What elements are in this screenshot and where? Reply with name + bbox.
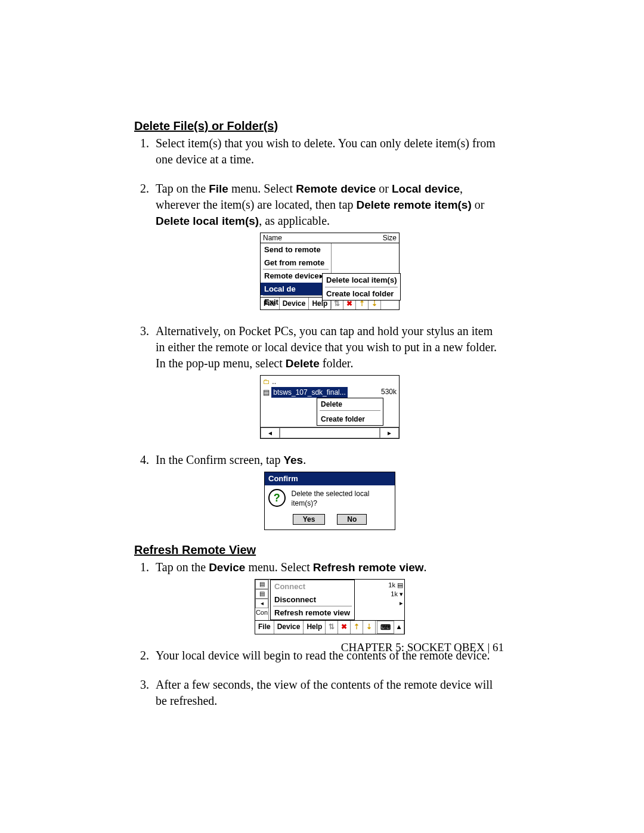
menu-disconnect[interactable]: Disconnect (271, 593, 354, 606)
col-size: Size (383, 233, 397, 243)
scroll-right-icon[interactable]: ▸ (380, 428, 399, 438)
t: or (472, 198, 485, 211)
gutter-icon: ▤ (255, 580, 268, 589)
figure-context-menu: 🗀 .. ▤ btsws_107_sdk_final... 530k Delet… (260, 375, 400, 439)
left-gutter: ▤ ▤ ◂ Con (255, 580, 269, 620)
submenu-create-local-folder[interactable]: Create local folder (323, 287, 400, 301)
page-footer: CHAPTER 5: SOCKET OBEX | 61 (341, 641, 504, 654)
figure-file-menu: NameSize Send to remote Get from remote … (260, 233, 400, 310)
submenu-local-device: Delete local item(s) Create local folder (322, 273, 401, 301)
figure-confirm-dialog: Confirm ? Delete the selected local item… (264, 472, 395, 530)
keyboard-icon[interactable]: ⌨ (377, 621, 394, 634)
t: menu. Select (245, 561, 312, 574)
menubar-help[interactable]: Help (304, 621, 326, 634)
close-icon[interactable]: ✖ (338, 621, 351, 634)
dialog-message: Delete the selected local item(s)? (292, 489, 391, 508)
menubar: File Device Help ⇅ ✖ ⇡ ⇣ ⌨ ▴ (255, 620, 404, 634)
context-menu: Delete Create folder (317, 398, 383, 426)
col-name: Name (263, 233, 282, 243)
menu-exit[interactable]: Exit (261, 296, 331, 309)
size-column: 1k ▤ 1k ▾ ▸ (388, 581, 403, 608)
menu-get-from-remote[interactable]: Get from remote (261, 256, 331, 270)
ctx-create-folder[interactable]: Create folder (317, 413, 383, 425)
refresh-steps: Tap on the Device menu. Select Refresh r… (134, 559, 504, 709)
selected-file[interactable]: btsws_107_sdk_final... (271, 387, 347, 398)
t: folder. (320, 357, 354, 370)
scrollbar[interactable]: ◂▸ (261, 427, 399, 438)
t: , as applicable. (259, 214, 330, 227)
kw-device: Device (209, 561, 245, 574)
size-val: 1k (391, 590, 398, 597)
t: Tap on the (156, 182, 209, 195)
menubar-device[interactable]: Device (274, 621, 304, 634)
kw-refresh-remote-view: Refresh remote view (313, 561, 424, 574)
con-label: Con (255, 608, 268, 617)
size-val: 1k (388, 581, 395, 589)
t: . (424, 561, 427, 574)
delete-step-3: Alternatively, on Pocket PCs, you can ta… (152, 323, 504, 439)
refresh-step-1: Tap on the Device menu. Select Refresh r… (152, 559, 504, 634)
menu-connect[interactable]: Connect (271, 580, 354, 593)
ctx-delete[interactable]: Delete (317, 398, 383, 410)
no-button[interactable]: No (337, 514, 367, 525)
folder-up-icon[interactable]: 🗀 (263, 377, 270, 386)
figure-device-menu: ▤ ▤ ◂ Con 1k ▤ 1k ▾ ▸ C (255, 579, 405, 634)
delete-step-1: Select item(s) that you wish to delete. … (152, 135, 504, 168)
delete-step-4: In the Confirm screen, tap Yes. Confirm … (152, 452, 504, 530)
menu-send-to-remote[interactable]: Send to remote (261, 243, 331, 256)
t: Tap on the (156, 561, 209, 574)
delete-steps: Select item(s) that you wish to delete. … (134, 135, 504, 530)
t: . (303, 453, 306, 466)
t: menu. Select (228, 182, 296, 195)
arrow-up-icon[interactable]: ⇡ (351, 621, 363, 634)
kw-delete: Delete (286, 357, 320, 370)
scroll-right-icon[interactable]: ▸ (400, 599, 403, 606)
kw-remote-device: Remote device (296, 182, 376, 195)
section-heading-refresh: Refresh Remote View (134, 543, 504, 557)
delete-step-2: Tap on the File menu. Select Remote devi… (152, 181, 504, 310)
device-menu: Connect Disconnect Refresh remote view (270, 580, 355, 620)
lbl: Remote device (264, 271, 319, 281)
question-icon: ? (268, 489, 286, 507)
t: In the Confirm screen, tap (156, 453, 283, 466)
kw-file: File (209, 182, 228, 195)
submenu-delete-local-items[interactable]: Delete local item(s) (323, 274, 400, 287)
yes-button[interactable]: Yes (293, 514, 326, 525)
kw-delete-remote-items: Delete remote item(s) (357, 199, 472, 211)
menu-remote-device[interactable]: Remote device▸ (261, 270, 331, 283)
folder-up-label: .. (272, 377, 276, 386)
scroll-left-icon[interactable]: ◂ (261, 428, 280, 438)
kw-yes: Yes (283, 454, 303, 466)
refresh-step-3: After a few seconds, the view of the con… (152, 677, 504, 709)
up-caret-icon[interactable]: ▴ (394, 621, 404, 634)
t: or (376, 182, 392, 195)
menu-refresh-remote-view[interactable]: Refresh remote view (271, 606, 354, 620)
file-icon: ▤ (263, 388, 270, 397)
kw-delete-local-items: Delete local item(s) (156, 215, 259, 227)
menu-local-device[interactable]: Local de (261, 283, 331, 296)
kw-local-device: Local device (392, 182, 460, 195)
file-size: 530k (381, 387, 397, 397)
dialog-title: Confirm (265, 472, 395, 485)
toolbar-icon[interactable]: ⇅ (326, 621, 338, 634)
gutter-icon: ▤ (255, 589, 268, 599)
arrow-down-icon[interactable]: ⇣ (363, 621, 376, 634)
section-heading-delete: Delete File(s) or Folder(s) (134, 119, 504, 133)
menubar-file[interactable]: File (255, 621, 274, 634)
scroll-left-icon[interactable]: ◂ (255, 599, 268, 608)
